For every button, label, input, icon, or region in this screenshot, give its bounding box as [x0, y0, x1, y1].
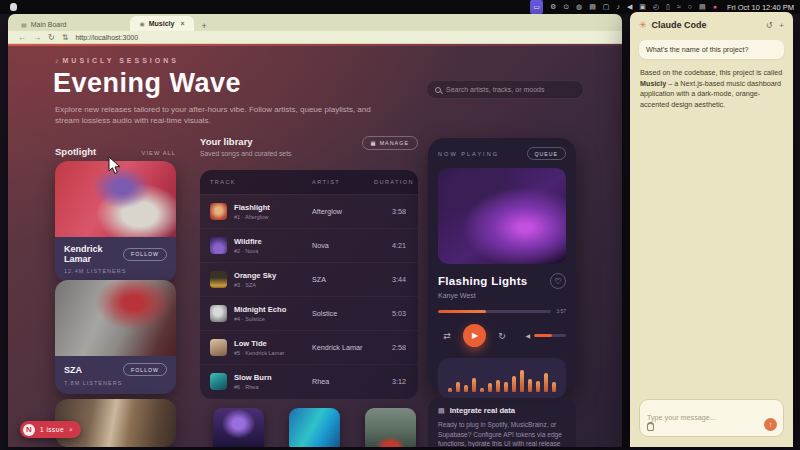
- send-button[interactable]: ↑: [764, 418, 777, 431]
- close-icon[interactable]: ×: [69, 426, 73, 433]
- back-icon[interactable]: ←: [18, 31, 26, 44]
- equalizer: [438, 358, 566, 398]
- reload-icon[interactable]: ↻: [48, 31, 55, 44]
- library-table: TRACK ARTIST DURATION Flashlight #1 · Af…: [200, 170, 418, 399]
- url-input[interactable]: [75, 34, 275, 41]
- playlist-thumb[interactable]: [289, 408, 340, 447]
- eq-bar: [480, 388, 485, 392]
- track-sub: #5 · Kendrick Lamar: [234, 350, 284, 356]
- heart-icon[interactable]: ♡: [550, 273, 566, 289]
- col-artist: ARTIST: [312, 179, 374, 185]
- eq-bar: [512, 376, 517, 392]
- integrate-card: ▤ Integrate real data Ready to plug in S…: [428, 398, 576, 447]
- new-tab-button[interactable]: +: [202, 21, 207, 31]
- follow-button[interactable]: FOLLOW: [123, 363, 167, 376]
- tab-close-icon[interactable]: ×: [180, 20, 184, 27]
- forward-icon[interactable]: →: [33, 31, 41, 44]
- track-artist: Nova: [312, 241, 374, 250]
- document-icon: ▤: [21, 21, 27, 28]
- follow-button[interactable]: FOLLOW: [123, 248, 167, 261]
- track-sub: #6 · Rhea: [234, 384, 272, 390]
- artist-name: Kendrick Lamar: [64, 244, 123, 264]
- integrate-title: Integrate real data: [450, 406, 515, 415]
- eq-bar: [544, 373, 549, 392]
- history-icon[interactable]: ↺: [766, 21, 773, 30]
- assistant-response: Based on the codebase, this project is c…: [640, 68, 783, 110]
- playlist-thumb[interactable]: [365, 408, 416, 447]
- track-duration: 2:58: [374, 343, 418, 352]
- progress-bar[interactable]: [438, 310, 551, 313]
- now-playing-label: NOW PLAYING: [438, 151, 499, 157]
- track-time: 3:57: [556, 308, 566, 314]
- search-icon: [435, 87, 441, 93]
- screen-share-icon[interactable]: ▭: [530, 0, 543, 14]
- accent-topline: [8, 44, 622, 46]
- record-icon[interactable]: ⊙: [563, 0, 569, 14]
- eq-bar: [448, 388, 453, 392]
- site-settings-icon[interactable]: ⇅: [62, 31, 69, 44]
- tab-musicly[interactable]: ◉ Musicly ×: [130, 16, 193, 31]
- track-title: Flashlight: [234, 203, 270, 212]
- attachment-icon[interactable]: [647, 422, 654, 431]
- display-icon[interactable]: ▢: [603, 0, 610, 14]
- table-row[interactable]: Orange Sky #3 · SZA SZA 3:44: [200, 262, 418, 296]
- tab-main-board[interactable]: ▤ Main Board: [12, 17, 75, 31]
- now-playing-track: Flashing Lights: [438, 275, 527, 287]
- search-input[interactable]: [446, 86, 575, 93]
- tab-label: Main Board: [31, 21, 67, 28]
- app-eyebrow: ♪MUSICLY SESSIONS: [55, 57, 179, 64]
- user-message-bubble: What's the name of this project?: [639, 40, 784, 59]
- queue-button[interactable]: QUEUE: [527, 147, 566, 160]
- stats-icon[interactable]: ▤: [589, 0, 596, 14]
- album-art: [210, 237, 227, 254]
- nextjs-issue-badge[interactable]: N 1 issue ×: [20, 421, 81, 438]
- globe-icon[interactable]: ◍: [576, 0, 582, 14]
- track-title: Wildfire: [234, 237, 262, 246]
- play-button[interactable]: ▶: [463, 324, 486, 347]
- search-bar[interactable]: [426, 80, 584, 99]
- album-art: [210, 203, 227, 220]
- eq-bar: [520, 370, 525, 392]
- message-input[interactable]: [647, 413, 776, 422]
- music-icon[interactable]: ♪: [616, 0, 620, 14]
- table-row[interactable]: Wildfire #2 · Nova Nova 4:21: [200, 228, 418, 262]
- track-sub: #1 · Afterglow: [234, 214, 270, 220]
- browser-window: ▤ Main Board ◉ Musicly × + ← → ↻ ⇅ ♪MUSI…: [8, 14, 622, 447]
- eq-bar: [488, 383, 493, 392]
- table-row[interactable]: Slow Burn #6 · Rhea Rhea 3:12: [200, 364, 418, 398]
- now-playing-art: [438, 168, 566, 264]
- shuffle-icon[interactable]: ⇄: [438, 331, 456, 341]
- spotlight-card-sza[interactable]: SZA FOLLOW 7.8M LISTENERS: [55, 280, 176, 394]
- track-title: Orange Sky: [234, 271, 276, 280]
- table-header: TRACK ARTIST DURATION: [200, 170, 418, 194]
- track-duration: 3:12: [374, 377, 418, 386]
- track-artist: Afterglow: [312, 207, 374, 216]
- apple-menu-icon[interactable]: [10, 3, 17, 11]
- manage-button[interactable]: ▦ MANAGE: [362, 136, 418, 150]
- track-artist: Rhea: [312, 377, 374, 386]
- spotlight-card-kendrick[interactable]: Kendrick Lamar FOLLOW 12.4M LISTENERS: [55, 161, 176, 282]
- menubar-clock[interactable]: Fri Oct 10 12:40 PM: [727, 3, 794, 12]
- issue-count-label: 1 issue: [40, 426, 64, 433]
- table-row[interactable]: Flashlight #1 · Afterglow Afterglow 3:58: [200, 194, 418, 228]
- track-artist: Kendrick Lamar: [312, 343, 374, 352]
- artist-photo: [55, 280, 176, 356]
- new-chat-icon[interactable]: +: [779, 21, 784, 30]
- tool-icon[interactable]: ⚙: [550, 0, 556, 14]
- track-duration: 4:21: [374, 241, 418, 250]
- playlist-thumb[interactable]: [213, 408, 264, 447]
- repeat-icon[interactable]: ↻: [493, 331, 511, 341]
- volume-fill: [534, 334, 552, 337]
- table-row[interactable]: Midnight Echo #4 · Solstice Solstice 5:0…: [200, 296, 418, 330]
- volume-slider[interactable]: [534, 334, 566, 337]
- message-input-box[interactable]: ↑: [639, 399, 784, 437]
- track-title: Low Tide: [234, 339, 284, 348]
- page-title: Evening Wave: [53, 68, 241, 99]
- claude-header: ✳ Claude Code ↺ +: [630, 12, 793, 36]
- view-all-link[interactable]: VIEW ALL: [142, 150, 176, 156]
- volume-icon[interactable]: ◀: [627, 0, 632, 14]
- eq-bar: [472, 378, 477, 392]
- volume-icon[interactable]: ◀: [525, 332, 530, 339]
- table-row[interactable]: Low Tide #5 · Kendrick Lamar Kendrick La…: [200, 330, 418, 364]
- now-playing-card: NOW PLAYING QUEUE Flashing Lights ♡ Kany…: [428, 138, 576, 390]
